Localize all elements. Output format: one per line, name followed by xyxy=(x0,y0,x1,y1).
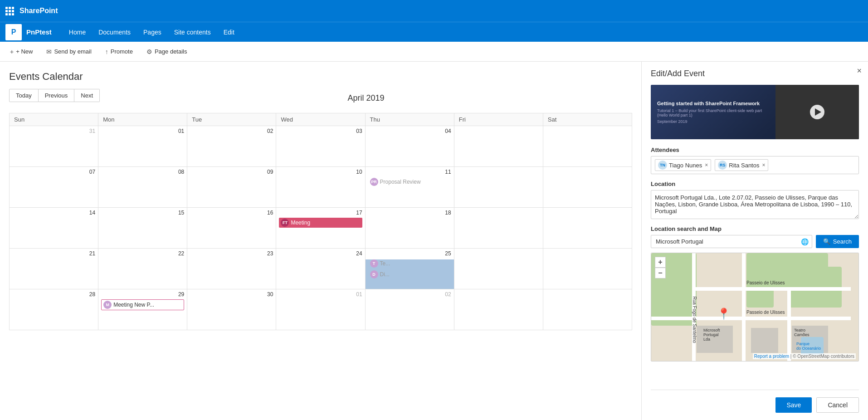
table-cell[interactable]: 03 xyxy=(276,126,365,167)
gear-icon: ⚙ xyxy=(146,48,152,55)
table-cell[interactable]: 25 T Te... D Di... xyxy=(365,249,454,289)
map-road xyxy=(742,253,746,361)
location-textarea[interactable]: Microsoft Portugal Lda., Lote 2.07.02, P… xyxy=(651,190,859,219)
table-cell[interactable]: 09 xyxy=(187,167,276,208)
today-button[interactable]: Today xyxy=(9,89,39,102)
panel-close-button[interactable]: × xyxy=(857,66,862,76)
site-name: PnPtest xyxy=(26,28,52,36)
right-panel: × Edit/Add Event Getting started with Sh… xyxy=(641,62,868,420)
save-button[interactable]: Save xyxy=(775,397,812,413)
list-item[interactable]: PR Proposal Review xyxy=(368,177,451,187)
table-cell[interactable]: 10 xyxy=(276,167,365,208)
table-cell[interactable] xyxy=(454,208,543,249)
cancel-button[interactable]: Cancel xyxy=(816,397,859,413)
attendee-tag[interactable]: TN Tiago Nunes × xyxy=(655,159,711,171)
table-cell[interactable]: 16 xyxy=(187,208,276,249)
table-cell[interactable] xyxy=(454,249,543,289)
table-cell[interactable]: 23 xyxy=(187,249,276,289)
page-details-button[interactable]: ⚙ Page details xyxy=(144,46,190,57)
avatar: FT xyxy=(281,219,289,227)
table-cell[interactable]: 30 xyxy=(187,289,276,330)
table-cell[interactable]: 01 xyxy=(276,289,365,330)
nav-site-contents[interactable]: Site contents xyxy=(168,22,217,42)
remove-attendee-button[interactable]: × xyxy=(705,162,708,168)
avatar: M xyxy=(103,301,112,309)
calendar-grid: Sun Mon Tue Wed Thu Fri Sat 31 01 02 03 … xyxy=(9,113,632,330)
table-cell[interactable] xyxy=(543,167,632,208)
video-date: September 2019 xyxy=(657,119,769,124)
table-cell[interactable]: 31 xyxy=(10,126,98,167)
week-row: 31 01 02 03 04 xyxy=(10,126,632,167)
table-cell[interactable] xyxy=(543,289,632,330)
table-cell[interactable]: 24 xyxy=(276,249,365,289)
table-cell[interactable]: 04 xyxy=(365,126,454,167)
week-row: 21 22 23 24 25 T Te... D xyxy=(10,249,632,289)
table-cell[interactable]: 08 xyxy=(98,167,187,208)
table-cell[interactable] xyxy=(454,126,543,167)
next-button[interactable]: Next xyxy=(74,89,100,102)
list-item[interactable]: D Di... xyxy=(368,269,451,279)
table-cell[interactable]: 14 xyxy=(10,208,98,249)
nav-edit[interactable]: Edit xyxy=(217,22,241,42)
globe-icon: 🌐 xyxy=(801,238,809,245)
nav-documents[interactable]: Documents xyxy=(92,22,137,42)
promote-button[interactable]: ↑ Promote xyxy=(102,46,136,57)
map-label: Passeio de Ulisses xyxy=(746,280,785,285)
app-grid-icon[interactable] xyxy=(5,7,14,15)
table-cell[interactable]: 22 xyxy=(98,249,187,289)
table-cell[interactable]: 11 PR Proposal Review xyxy=(365,167,454,208)
top-bar: SharePoint xyxy=(0,0,868,22)
report-problem-link[interactable]: Report a problem xyxy=(754,354,789,359)
table-cell[interactable]: 28 xyxy=(10,289,98,330)
table-cell[interactable]: 18 xyxy=(365,208,454,249)
send-by-email-button[interactable]: ✉ Send by email xyxy=(44,46,94,57)
location-search-input[interactable] xyxy=(651,235,812,248)
video-title: Getting started with SharePoint Framewor… xyxy=(657,100,769,107)
location-search-row: 🌐 🔍 Search xyxy=(651,235,859,248)
table-cell[interactable] xyxy=(454,289,543,330)
map-label: MicrosoftPortugalLda xyxy=(703,328,720,342)
week-row: 07 08 09 10 11 PR Proposal Review xyxy=(10,167,632,208)
list-item[interactable]: M Meeting New P... xyxy=(101,299,184,310)
week-row: 28 29 M Meeting New P... 30 01 02 xyxy=(10,289,632,330)
table-cell[interactable] xyxy=(543,249,632,289)
previous-button[interactable]: Previous xyxy=(39,89,75,102)
week-row: 14 15 16 17 FT Meeting 18 xyxy=(10,208,632,249)
zoom-out-button[interactable]: − xyxy=(655,268,666,278)
plus-icon: + xyxy=(10,48,14,55)
table-cell[interactable] xyxy=(543,126,632,167)
zoom-in-button[interactable]: + xyxy=(655,257,666,268)
list-item[interactable]: T Te... xyxy=(368,259,451,269)
calendar-controls: Today Previous Next xyxy=(9,89,100,102)
map-attribution: Report a problem | © OpenStreetMap contr… xyxy=(753,353,856,359)
avatar: PR xyxy=(370,178,378,186)
map-label: TeatroCamões xyxy=(794,328,809,337)
site-icon: P xyxy=(5,24,22,40)
table-cell[interactable]: 01 xyxy=(98,126,187,167)
list-item[interactable]: FT Meeting xyxy=(279,218,362,228)
panel-footer: Save Cancel xyxy=(651,390,859,413)
table-cell[interactable]: 29 M Meeting New P... xyxy=(98,289,187,330)
video-thumbnail[interactable]: Getting started with SharePoint Framewor… xyxy=(651,85,859,139)
table-cell[interactable]: 17 FT Meeting xyxy=(276,208,365,249)
search-button[interactable]: 🔍 Search xyxy=(816,235,859,248)
panel-title: Edit/Add Event xyxy=(651,69,859,78)
map-building xyxy=(751,328,778,353)
table-cell[interactable]: 02 xyxy=(365,289,454,330)
table-cell[interactable]: 21 xyxy=(10,249,98,289)
attendee-tag[interactable]: RS Rita Santos × xyxy=(715,159,768,171)
location-search-label: Location search and Map xyxy=(651,225,859,232)
attendee-name: Tiago Nunes xyxy=(669,162,702,169)
event-label: Proposal Review xyxy=(380,179,421,185)
play-button[interactable] xyxy=(810,105,824,119)
remove-attendee-button[interactable]: × xyxy=(762,162,765,168)
map-controls: + − xyxy=(655,257,666,278)
table-cell[interactable] xyxy=(543,208,632,249)
table-cell[interactable]: 07 xyxy=(10,167,98,208)
nav-pages[interactable]: Pages xyxy=(137,22,168,42)
new-button[interactable]: + + New xyxy=(7,46,35,57)
table-cell[interactable]: 02 xyxy=(187,126,276,167)
table-cell[interactable] xyxy=(454,167,543,208)
table-cell[interactable]: 15 xyxy=(98,208,187,249)
nav-home[interactable]: Home xyxy=(63,22,92,42)
